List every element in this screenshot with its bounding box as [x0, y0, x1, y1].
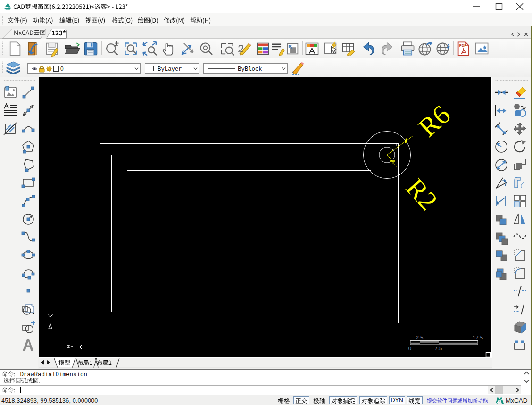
svg-text:ByBlock: ByBlock: [238, 66, 262, 73]
svg-text:17.5: 17.5: [473, 335, 483, 340]
svg-text:ByLayer: ByLayer: [158, 66, 182, 73]
svg-text:PDF: PDF: [459, 43, 466, 48]
svg-text:7.5: 7.5: [435, 346, 442, 351]
svg-text:2.5: 2.5: [416, 335, 424, 340]
svg-text:0: 0: [408, 346, 411, 351]
svg-text:_DrawRadialDimension: _DrawRadialDimension: [17, 372, 87, 378]
